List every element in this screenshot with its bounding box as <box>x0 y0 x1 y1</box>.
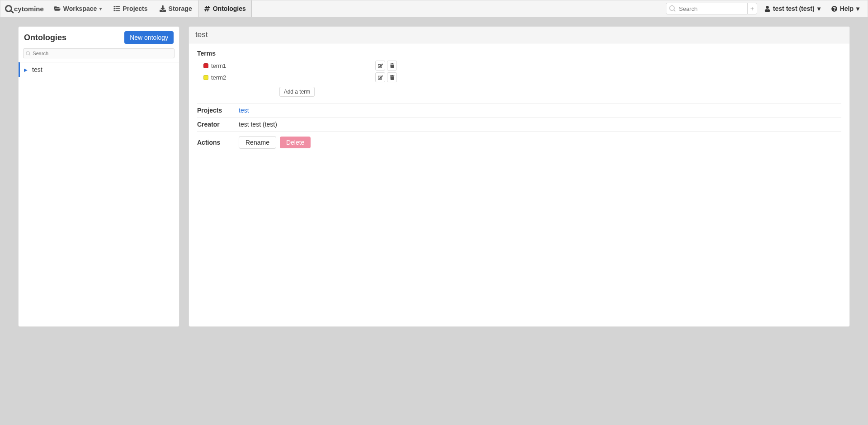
project-link[interactable]: test <box>239 107 249 114</box>
global-search-input[interactable] <box>666 3 747 14</box>
caret-right-icon: ▶ <box>24 67 32 72</box>
sidebar-search-input[interactable] <box>33 49 174 58</box>
nav-ontologies[interactable]: Ontologies <box>198 0 252 17</box>
add-term-button[interactable]: Add a term <box>279 87 315 97</box>
term-name: term1 <box>211 62 375 69</box>
global-search: + <box>664 0 759 17</box>
delete-button[interactable]: Delete <box>280 137 311 148</box>
search-icon <box>26 51 30 56</box>
user-menu-label: test test (test) <box>773 5 815 12</box>
edit-icon <box>378 75 383 80</box>
help-menu-label: Help <box>840 5 854 12</box>
user-icon <box>764 6 770 12</box>
term-row[interactable]: term1 <box>203 60 397 71</box>
chevron-down-icon: ▾ <box>817 5 821 12</box>
nav-workspace[interactable]: Workspace ▾ <box>48 0 108 17</box>
new-ontology-button[interactable]: New ontology <box>124 31 174 44</box>
nav-storage[interactable]: Storage <box>154 0 198 17</box>
rename-button[interactable]: Rename <box>239 136 276 149</box>
ontology-list: ▶ test <box>19 62 179 77</box>
sidebar-title: Ontologies <box>24 33 66 42</box>
help-menu[interactable]: Help ▾ <box>826 0 865 17</box>
delete-term-button[interactable] <box>387 72 397 82</box>
ontology-list-item[interactable]: ▶ test <box>19 62 179 77</box>
term-name: term2 <box>211 74 375 81</box>
ontology-item-name: test <box>32 66 42 73</box>
delete-term-button[interactable] <box>387 61 397 71</box>
page-content: Ontologies New ontology ▶ test test Term… <box>0 17 868 345</box>
term-color-swatch <box>203 75 208 80</box>
actions-label: Actions <box>197 139 239 146</box>
nav-projects-label: Projects <box>123 5 147 12</box>
term-row[interactable]: term2 <box>203 71 397 83</box>
ontology-metadata: Projects test Creator test test (test) A… <box>197 103 841 152</box>
global-search-add-button[interactable]: + <box>747 3 757 14</box>
brand-logo[interactable]: cytomine <box>0 0 48 17</box>
edit-term-button[interactable] <box>375 72 385 82</box>
trash-icon <box>390 63 395 68</box>
folder-open-icon <box>54 5 61 12</box>
edit-term-button[interactable] <box>375 61 385 71</box>
top-navbar: cytomine Workspace ▾ Projects Storage On… <box>0 0 868 17</box>
edit-icon <box>378 63 383 68</box>
creator-label: Creator <box>197 121 239 128</box>
logo-icon <box>5 5 12 12</box>
trash-icon <box>390 75 395 80</box>
chevron-down-icon: ▾ <box>99 6 102 11</box>
projects-label: Projects <box>197 107 239 114</box>
hashtag-icon <box>204 5 210 12</box>
nav-ontologies-label: Ontologies <box>213 5 246 12</box>
term-color-swatch <box>203 63 208 68</box>
help-icon <box>831 6 837 12</box>
nav-workspace-label: Workspace <box>63 5 97 12</box>
ontology-detail-panel: test Terms term1 <box>189 26 850 327</box>
user-menu[interactable]: test test (test) ▾ <box>759 0 826 17</box>
nav-projects[interactable]: Projects <box>108 0 153 17</box>
nav-storage-label: Storage <box>169 5 192 12</box>
chevron-down-icon: ▾ <box>856 5 859 12</box>
creator-value: test test (test) <box>239 121 277 128</box>
ontology-sidebar: Ontologies New ontology ▶ test <box>18 26 179 327</box>
download-icon <box>160 5 166 12</box>
terms-list: term1 term2 <box>197 60 397 97</box>
terms-section-title: Terms <box>197 50 841 57</box>
brand-name: cytomine <box>14 5 44 13</box>
sidebar-search <box>23 48 175 58</box>
detail-title: test <box>189 27 849 43</box>
list-icon <box>113 5 120 12</box>
